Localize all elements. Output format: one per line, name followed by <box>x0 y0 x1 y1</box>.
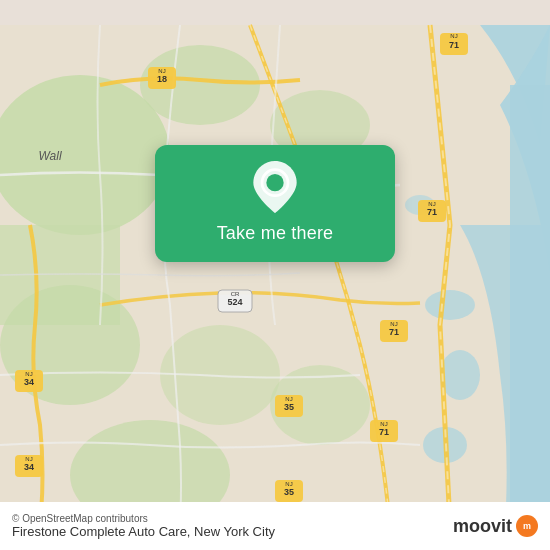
svg-text:NJ: NJ <box>158 68 165 74</box>
svg-text:NJ: NJ <box>428 201 435 207</box>
svg-text:NJ: NJ <box>285 481 292 487</box>
svg-text:NJ: NJ <box>285 396 292 402</box>
take-me-there-card[interactable]: Take me there <box>155 145 395 262</box>
take-me-there-button[interactable]: Take me there <box>217 223 334 244</box>
svg-point-48 <box>266 174 283 191</box>
svg-text:NJ: NJ <box>390 321 397 327</box>
svg-text:Wall: Wall <box>38 149 61 163</box>
map-attribution: © OpenStreetMap contributors <box>12 513 275 524</box>
svg-text:524: 524 <box>227 297 242 307</box>
svg-text:NJ: NJ <box>450 33 457 39</box>
bottom-bar-info: © OpenStreetMap contributors Firestone C… <box>12 513 275 539</box>
svg-text:m: m <box>523 521 531 531</box>
svg-text:NJ: NJ <box>25 456 32 462</box>
svg-text:18: 18 <box>157 74 167 84</box>
svg-text:34: 34 <box>24 462 34 472</box>
location-name: Firestone Complete Auto Care, New York C… <box>12 524 275 539</box>
svg-text:35: 35 <box>284 402 294 412</box>
svg-point-11 <box>440 350 480 400</box>
moovit-label: moovit <box>453 516 512 537</box>
map-container: 71 NJ 71 NJ 71 NJ 71 NJ 35 NJ 35 NJ 34 N… <box>0 0 550 550</box>
svg-text:NJ: NJ <box>380 421 387 427</box>
svg-text:71: 71 <box>389 327 399 337</box>
moovit-icon: m <box>520 519 534 533</box>
svg-point-10 <box>425 290 475 320</box>
svg-text:71: 71 <box>379 427 389 437</box>
bottom-bar: © OpenStreetMap contributors Firestone C… <box>0 502 550 550</box>
svg-text:NJ: NJ <box>25 371 32 377</box>
svg-text:34: 34 <box>24 377 34 387</box>
svg-text:71: 71 <box>427 207 437 217</box>
svg-text:35: 35 <box>284 487 294 497</box>
moovit-logo: moovit m <box>453 515 538 537</box>
svg-text:71: 71 <box>449 40 459 50</box>
svg-text:CR: CR <box>231 291 240 297</box>
moovit-dot: m <box>516 515 538 537</box>
location-pin-icon <box>249 161 301 213</box>
map-background: 71 NJ 71 NJ 71 NJ 71 NJ 35 NJ 35 NJ 34 N… <box>0 0 550 550</box>
